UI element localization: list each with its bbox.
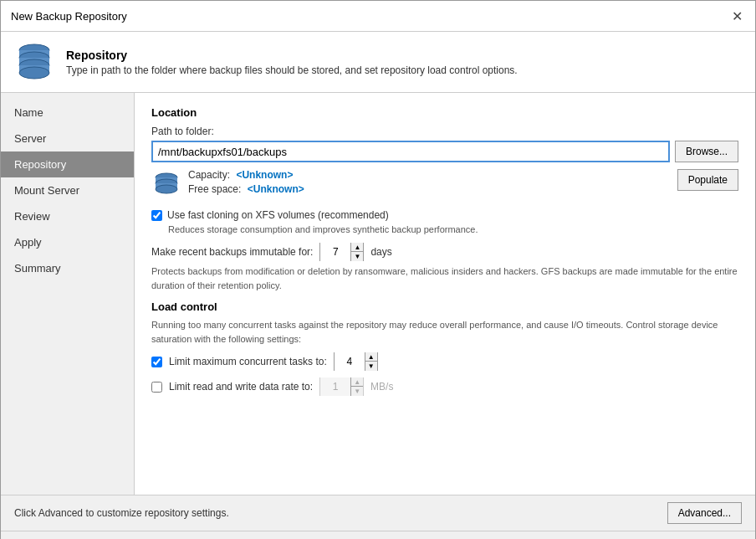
limit-concurrent-up[interactable]: ▲ [365, 352, 377, 362]
limit-rw-row: Limit read and write data rate to: ▲ ▼ M… [151, 377, 738, 396]
sidebar-item-summary[interactable]: Summary [1, 255, 134, 281]
sidebar-item-server[interactable]: Server [1, 126, 134, 151]
header-description: Type in path to the folder where backup … [66, 64, 518, 76]
immutable-row: Make recent backups immutable for: ▲ ▼ d… [151, 243, 738, 261]
sidebar-item-apply[interactable]: Apply [1, 229, 134, 255]
load-control-title: Load control [151, 300, 738, 313]
immutable-days-up[interactable]: ▲ [351, 243, 363, 252]
xfs-sublabel: Reduces storage consumption and improves… [168, 224, 738, 234]
limit-concurrent-label[interactable]: Limit maximum concurrent tasks to: [169, 356, 327, 367]
svg-point-6 [19, 67, 49, 79]
capacity-label: Capacity: [188, 169, 230, 181]
header: Repository Type in path to the folder wh… [1, 32, 755, 93]
advanced-button[interactable]: Advanced... [667, 502, 742, 524]
close-button[interactable]: ✕ [728, 8, 745, 24]
populate-button[interactable]: Populate [677, 169, 738, 191]
limit-rw-label[interactable]: Limit read and write data rate to: [169, 381, 313, 393]
freespace-label: Free space: [188, 183, 241, 195]
load-desc: Running too many concurrent tasks agains… [151, 318, 738, 346]
browse-button[interactable]: Browse... [675, 141, 738, 162]
limit-rw-suffix: MB/s [370, 381, 393, 393]
header-text: Repository Type in path to the folder wh… [66, 49, 518, 76]
body: Name Server Repository Mount Server Revi… [1, 93, 755, 495]
path-label: Path to folder: [151, 126, 738, 137]
header-title: Repository [66, 49, 518, 62]
capacity-info: Capacity: <Unknown> Free space: <Unknown… [188, 169, 671, 195]
limit-concurrent-spinner: ▲ ▼ [334, 352, 378, 371]
limit-concurrent-row: Limit maximum concurrent tasks to: ▲ ▼ [151, 352, 738, 371]
sidebar-item-repository[interactable]: Repository [1, 151, 134, 177]
repository-icon [14, 42, 54, 82]
dialog-title: New Backup Repository [11, 10, 127, 23]
xfs-checkbox-label[interactable]: Use fast cloning on XFS volumes (recomme… [167, 209, 389, 221]
xfs-checkbox[interactable] [151, 210, 162, 221]
immutable-days-suffix: days [370, 246, 391, 258]
db-icon [151, 171, 181, 201]
limit-rw-input[interactable] [320, 377, 350, 396]
immutable-desc: Protects backups from modification or de… [151, 264, 738, 292]
bottom-note: Click Advanced to customize repository s… [14, 507, 229, 519]
dialog: New Backup Repository ✕ Repository Type … [0, 0, 756, 539]
limit-concurrent-input[interactable] [335, 352, 365, 371]
content-area: Location Path to folder: Browse... [135, 93, 755, 495]
limit-rw-up[interactable]: ▲ [351, 377, 363, 387]
sidebar-item-name[interactable]: Name [1, 100, 134, 126]
limit-concurrent-checkbox[interactable] [151, 357, 162, 367]
limit-rw-checkbox[interactable] [151, 382, 162, 393]
footer: < Previous Next > Finish Cancel [1, 531, 755, 539]
sidebar-item-mount-server[interactable]: Mount Server [1, 177, 134, 203]
immutable-days-input[interactable] [320, 243, 350, 261]
title-bar: New Backup Repository ✕ [1, 1, 755, 32]
bottom-bar: Click Advanced to customize repository s… [1, 495, 755, 531]
svg-point-11 [156, 185, 177, 193]
immutable-days-down[interactable]: ▼ [351, 252, 363, 261]
sidebar-item-review[interactable]: Review [1, 203, 134, 229]
immutable-label: Make recent backups immutable for: [151, 246, 313, 258]
xfs-checkbox-row: Use fast cloning on XFS volumes (recomme… [151, 209, 738, 221]
immutable-spinner: ▲ ▼ [319, 243, 364, 261]
limit-concurrent-down[interactable]: ▼ [365, 362, 377, 371]
freespace-value: <Unknown> [248, 183, 304, 195]
limit-rw-down[interactable]: ▼ [351, 387, 363, 396]
sidebar: Name Server Repository Mount Server Revi… [1, 93, 135, 495]
capacity-value: <Unknown> [236, 169, 293, 181]
limit-rw-spinner: ▲ ▼ [319, 377, 364, 396]
path-input[interactable] [151, 141, 670, 162]
location-title: Location [151, 106, 738, 119]
